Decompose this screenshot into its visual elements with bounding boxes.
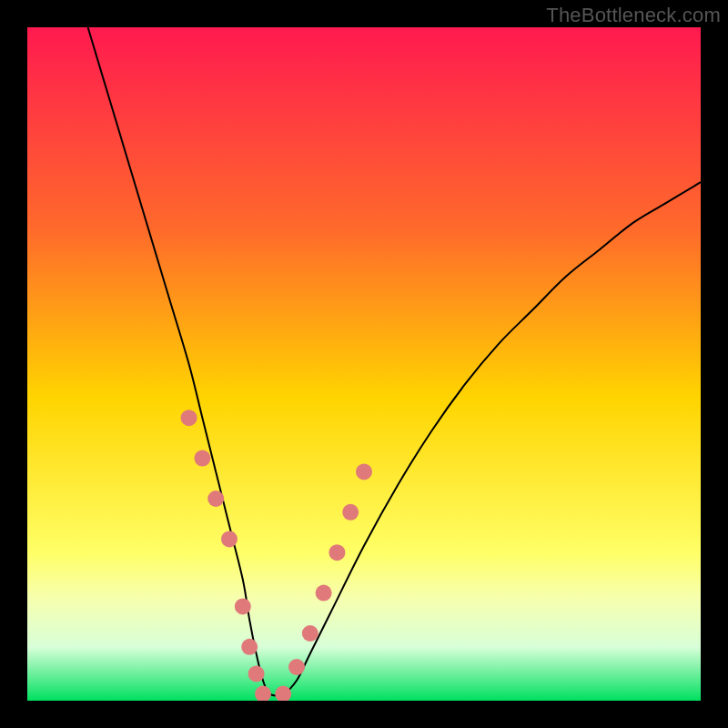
highlight-dot — [194, 450, 210, 467]
highlight-dot — [241, 639, 258, 655]
highlight-dot — [248, 665, 265, 682]
highlight-dot — [221, 531, 238, 547]
gradient-background — [27, 27, 701, 701]
highlight-dot — [288, 659, 305, 675]
highlight-dot — [329, 544, 345, 561]
chart-frame: TheBottleneck.com — [0, 0, 728, 728]
bottleneck-chart — [27, 27, 701, 701]
highlight-dot — [181, 410, 197, 426]
highlight-dot — [356, 463, 372, 480]
highlight-dot — [342, 504, 359, 521]
highlight-dot — [235, 598, 251, 614]
highlight-dot — [316, 585, 332, 602]
attribution-label: TheBottleneck.com — [546, 4, 721, 27]
highlight-dot — [207, 490, 224, 507]
highlight-dot — [302, 625, 318, 642]
